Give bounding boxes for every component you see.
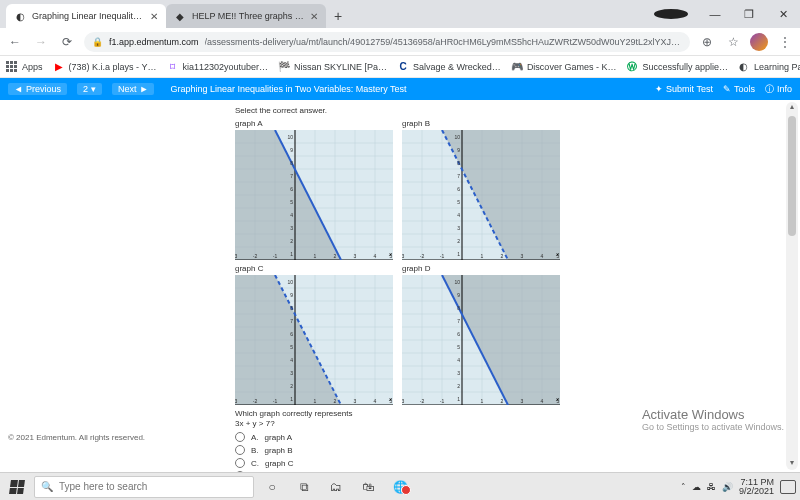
svg-text:10: 10 [454, 134, 460, 140]
youtube-icon: ▶ [53, 61, 65, 73]
scroll-down-icon[interactable]: ▾ [786, 458, 798, 470]
choice-b[interactable]: B.graph B [235, 445, 565, 455]
bookmark-item[interactable]: ⌑kia112302youtuber… [166, 61, 268, 73]
svg-text:3: 3 [290, 370, 293, 376]
bookmark-star-icon[interactable]: ☆ [724, 35, 742, 49]
choice-label: graph B [265, 446, 293, 455]
svg-text:-2: -2 [253, 398, 258, 404]
previous-button[interactable]: ◄ Previous [8, 83, 67, 95]
taskbar-app-store[interactable]: 🛍 [354, 476, 382, 498]
scroll-up-icon[interactable]: ▴ [786, 102, 798, 114]
graph-label: graph A [235, 119, 398, 128]
close-icon[interactable]: ✕ [310, 11, 318, 22]
tools-button[interactable]: ✎ Tools [723, 83, 755, 96]
svg-text:-1: -1 [273, 398, 278, 404]
svg-text:5: 5 [457, 199, 460, 205]
taskbar-app-explorer[interactable]: 🗂 [322, 476, 350, 498]
svg-text:2: 2 [501, 398, 504, 404]
svg-text:9: 9 [457, 147, 460, 153]
svg-text:6: 6 [290, 331, 293, 337]
svg-text:2: 2 [501, 253, 504, 259]
radio-a[interactable] [235, 432, 245, 442]
bookmark-label: Salvage & Wrecked… [413, 62, 501, 72]
bookmark-item[interactable]: 🏁Nissan SKYLINE [Pa… [278, 61, 387, 73]
svg-text:-3: -3 [235, 398, 237, 404]
svg-text:4: 4 [290, 357, 293, 363]
svg-text:3: 3 [521, 398, 524, 404]
tray-clock[interactable]: 7:11 PM 9/2/2021 [739, 478, 774, 496]
url-host: f1.app.edmentum.com [109, 37, 199, 47]
browser-tab-inactive[interactable]: ◆ HELP ME!! Three graphs are sho… ✕ [166, 4, 326, 28]
next-button[interactable]: Next ► [112, 83, 154, 95]
prompt-line-2: 3x + y > 7? [235, 419, 565, 429]
tray-volume-icon[interactable]: 🔊 [722, 482, 733, 492]
svg-text:2: 2 [457, 383, 460, 389]
bookmark-item[interactable]: ▶(738) K.i.a plays - Y… [53, 61, 157, 73]
clock-date: 9/2/2021 [739, 487, 774, 496]
assessment-title: Graphing Linear Inequalities in Two Vari… [170, 84, 406, 94]
browser-tab-active[interactable]: ◐ Graphing Linear Inequalities in T… ✕ [6, 4, 166, 28]
back-button[interactable]: ← [6, 35, 24, 49]
tray-network-icon[interactable]: 🖧 [707, 482, 716, 492]
choice-c[interactable]: C.graph C [235, 458, 565, 468]
close-window-button[interactable]: ✕ [766, 8, 800, 21]
svg-text:1: 1 [457, 396, 460, 402]
apps-shortcut[interactable]: Apps [6, 61, 43, 73]
profile-avatar[interactable] [750, 33, 768, 51]
windows-logo-icon [9, 480, 25, 494]
copyright-text: © 2021 Edmentum. All rights reserved. [8, 433, 145, 442]
new-tab-button[interactable]: + [326, 4, 350, 28]
menu-icon[interactable]: ⋮ [776, 35, 794, 49]
svg-text:4: 4 [457, 357, 460, 363]
svg-text:-3: -3 [402, 253, 404, 259]
forward-button[interactable]: → [32, 35, 50, 49]
info-button[interactable]: ⓘ Info [765, 83, 792, 96]
scrollbar-thumb[interactable] [788, 116, 796, 236]
question-prompt: Which graph correctly represents 3x + y … [235, 409, 565, 428]
install-app-icon[interactable]: ⊕ [698, 35, 716, 49]
taskbar-app-chrome[interactable]: 🌐 [386, 476, 414, 498]
apps-grid-icon [6, 61, 18, 73]
task-view-icon[interactable]: ⧉ [290, 476, 318, 498]
maximize-button[interactable]: ❐ [732, 8, 766, 21]
watermark-subtitle: Go to Settings to activate Windows. [642, 422, 784, 432]
svg-text:2: 2 [457, 238, 460, 244]
cortana-icon[interactable]: ○ [258, 476, 286, 498]
action-center-icon[interactable] [780, 480, 796, 494]
vertical-scrollbar[interactable]: ▴ ▾ [786, 102, 798, 470]
graph-a-plot: 10987654321 -3-2-112345 x [235, 130, 393, 260]
tray-chevron-up-icon[interactable]: ˄ [681, 482, 686, 492]
svg-text:4: 4 [541, 398, 544, 404]
submit-test-button[interactable]: ✦ Submit Test [655, 83, 713, 96]
svg-text:1: 1 [290, 396, 293, 402]
radio-c[interactable] [235, 458, 245, 468]
minimize-button[interactable]: ― [698, 8, 732, 20]
svg-text:-2: -2 [420, 398, 425, 404]
svg-text:2: 2 [290, 383, 293, 389]
reload-button[interactable]: ⟳ [58, 35, 76, 49]
svg-text:1: 1 [481, 398, 484, 404]
radio-b[interactable] [235, 445, 245, 455]
svg-text:5: 5 [290, 199, 293, 205]
bookmark-item[interactable]: 🎮Discover Games - K… [511, 61, 617, 73]
graph-label: graph D [402, 264, 565, 273]
search-icon: 🔍 [41, 481, 53, 492]
update-available-icon[interactable] [654, 9, 688, 19]
address-bar[interactable]: 🔒 f1.app.edmentum.com /assessments-deliv… [84, 32, 690, 52]
tray-onedrive-icon[interactable]: ☁ [692, 482, 701, 492]
start-button[interactable] [4, 476, 30, 498]
bookmark-item[interactable]: ⓌSuccessfully applie… [626, 61, 728, 73]
graph-d-plot: 10987654321 -3-2-112345 x [402, 275, 560, 405]
close-icon[interactable]: ✕ [150, 11, 158, 22]
svg-text:-1: -1 [273, 253, 278, 259]
choice-a[interactable]: A.graph A [235, 432, 565, 442]
svg-text:4: 4 [541, 253, 544, 259]
bookmarks-bar: Apps ▶(738) K.i.a plays - Y… ⌑kia112302y… [0, 56, 800, 78]
svg-text:-2: -2 [420, 253, 425, 259]
svg-text:1: 1 [290, 251, 293, 257]
graph-c-plot: 10987654321 -3-2-112345 x [235, 275, 393, 405]
taskbar-search[interactable]: 🔍 Type here to search [34, 476, 254, 498]
bookmark-item[interactable]: ◐Learning Path - Dav… [738, 61, 800, 73]
question-counter[interactable]: 2 ▾ [77, 83, 102, 95]
bookmark-item[interactable]: CSalvage & Wrecked… [397, 61, 501, 73]
